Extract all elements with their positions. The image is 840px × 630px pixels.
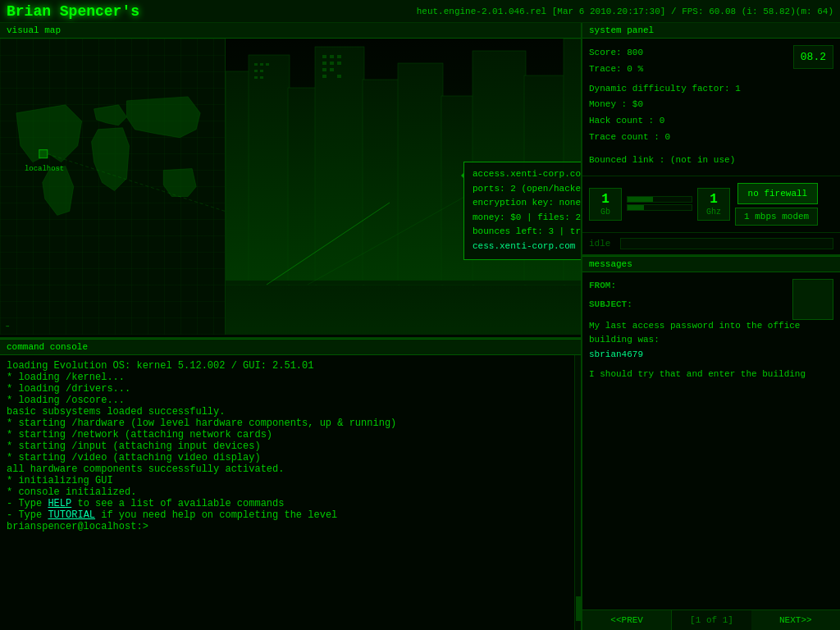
cpu-bar-fill — [628, 205, 644, 210]
right-panel: system panel Score: 800 Trace: 0 % 08.2 … — [582, 23, 840, 630]
hw-progress-bars — [627, 196, 692, 212]
score-block: Score: 800 Trace: 0 % — [589, 45, 643, 78]
console-prompt: brianspencer@localhost:> — [7, 521, 568, 532]
svg-rect-6 — [288, 88, 317, 285]
svg-rect-30 — [337, 75, 341, 78]
svg-rect-31 — [226, 281, 581, 285]
cpu-value: 1 — [705, 192, 723, 207]
msg-body-line1: My last access password into the office … — [589, 319, 833, 348]
console-line-11: * initializing GUI — [7, 475, 568, 486]
system-panel-header: system panel — [582, 23, 840, 39]
message-navigation: <<PREV [1 of 1] NEXT>> — [582, 609, 840, 630]
svg-rect-20 — [260, 76, 263, 79]
msg-next-button[interactable]: NEXT>> — [751, 610, 840, 630]
svg-rect-28 — [330, 68, 334, 71]
console-line-2: * loading /kernel... — [7, 372, 568, 383]
hw-right-buttons: no firewall 1 mbps modem — [735, 183, 818, 226]
console-line-8: * starting /input (attaching input devic… — [7, 441, 568, 452]
svg-rect-24 — [322, 62, 326, 65]
tooltip-link[interactable]: cess.xenti-corp.com — [472, 240, 581, 254]
msg-prev-button[interactable]: <<PREV — [582, 610, 672, 630]
console-line-tutorial: - Type TUTORIAL if you need help on comp… — [7, 509, 568, 521]
idle-label: idle — [589, 239, 614, 249]
svg-rect-4 — [226, 71, 250, 285]
tutorial-keyword[interactable]: TUTORIAL — [48, 509, 95, 521]
msg-counter: [1 of 1] — [672, 610, 751, 630]
modem-button[interactable]: 1 mbps modem — [735, 208, 818, 226]
svg-rect-15 — [260, 63, 263, 66]
svg-rect-22 — [330, 55, 334, 58]
console-output[interactable]: loading Evolution OS: kernel 5.12.002 / … — [0, 355, 574, 630]
system-panel-content: Score: 800 Trace: 0 % 08.2 Dynamic diffi… — [582, 39, 840, 176]
msg-avatar — [792, 279, 833, 320]
ram-unit: Gb — [600, 208, 610, 217]
help-keyword[interactable]: HELP — [48, 498, 71, 509]
messages-header: messages — [582, 256, 840, 272]
idle-progress-bar — [620, 238, 833, 249]
ram-bar-track — [627, 196, 692, 203]
svg-rect-0 — [39, 150, 48, 158]
score-label: Score: 800 — [589, 45, 643, 62]
hardware-section: 1 Gb 1 Ghz no firewall 1 m — [582, 176, 840, 232]
ram-value: 1 — [596, 192, 614, 207]
cpu-unit: Ghz — [706, 208, 721, 217]
svg-rect-5 — [249, 55, 290, 285]
cpu-bar-track — [627, 204, 692, 211]
visual-map-content: localhost — [0, 39, 581, 335]
tooltip-bounces: bounces left: 3 | trace added: 0% — [472, 225, 581, 240]
map-dash: - — [4, 320, 11, 333]
command-console-header: command console — [0, 339, 581, 355]
ram-bar-fill — [628, 197, 653, 202]
console-line-10: all hardware components successfully act… — [7, 463, 568, 475]
city-view: access.xenti-corp.com ports: 2 (open/hac… — [226, 39, 581, 335]
console-line-help: - Type HELP to see a list of available c… — [7, 498, 568, 509]
messages-content: FROM: SUBJECT: My last access password i… — [582, 272, 840, 609]
command-console: command console loading Evolution OS: ke… — [0, 339, 581, 630]
trace-count-label: Trace count : 0 — [589, 130, 833, 146]
svg-rect-25 — [330, 62, 334, 65]
svg-rect-16 — [254, 70, 258, 72]
msg-body-line2: I should try that and enter the building — [589, 368, 833, 382]
svg-line-2 — [48, 154, 225, 212]
console-scrollbar[interactable] — [574, 355, 581, 630]
difficulty-label: Dynamic difficulty factor: 1 — [589, 81, 833, 98]
score-box: 08.2 — [793, 45, 833, 69]
firewall-button[interactable]: no firewall — [737, 183, 819, 204]
msg-subject-label: SUBJECT: — [589, 299, 632, 309]
msg-body: My last access password into the office … — [589, 319, 833, 381]
svg-rect-18 — [266, 63, 269, 66]
svg-rect-21 — [322, 55, 326, 58]
svg-rect-7 — [315, 47, 364, 285]
svg-text:localhost: localhost — [25, 165, 64, 173]
server-tooltip[interactable]: access.xenti-corp.com ports: 2 (open/hac… — [463, 162, 581, 260]
console-line-9: * starting /video (attaching video displ… — [7, 452, 568, 463]
console-line-3: * loading /drivers... — [7, 383, 568, 395]
top-bar: Brian Spencer's heut.engine-2.01.046.rel… — [0, 0, 840, 23]
console-line-12: * console initialized. — [7, 486, 568, 498]
console-scrollbar-thumb — [576, 596, 581, 621]
console-line-6: * starting /hardware (low level hardware… — [7, 418, 568, 429]
msg-password: sbrian4679 — [589, 348, 833, 363]
svg-rect-17 — [260, 70, 263, 72]
svg-rect-19 — [254, 76, 258, 79]
svg-rect-14 — [254, 63, 258, 66]
ram-chip: 1 Gb — [589, 188, 622, 221]
world-map-svg: localhost — [0, 39, 225, 335]
world-map-area[interactable]: localhost — [0, 39, 226, 335]
msg-from-label: FROM: — [589, 281, 616, 290]
money-label: Money : $0 — [589, 97, 833, 113]
tooltip-money: money: $0 | files: 2 — [472, 211, 581, 226]
tooltip-encryption: encryption key: none — [472, 196, 581, 211]
console-line-4: * loading /oscore... — [7, 395, 568, 406]
trace-label: Trace: 0 % — [589, 62, 643, 78]
svg-rect-23 — [337, 55, 341, 58]
main-layout: visual map — [0, 23, 840, 630]
tooltip-host: access.xenti-corp.com — [472, 167, 581, 182]
hack-count-label: Hack count : 0 — [589, 113, 833, 130]
console-line-7: * starting /network (attaching network c… — [7, 429, 568, 441]
svg-rect-8 — [363, 80, 399, 285]
visual-map: visual map — [0, 23, 581, 339]
svg-rect-26 — [337, 62, 341, 65]
idle-bar-section: idle — [582, 232, 840, 254]
tooltip-ports: ports: 2 (open/hacked: 0) — [472, 182, 581, 197]
